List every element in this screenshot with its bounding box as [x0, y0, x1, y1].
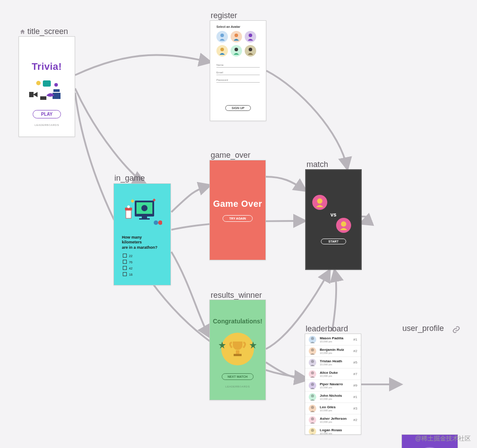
svg-point-35	[311, 395, 314, 398]
svg-point-21	[158, 220, 162, 225]
avatar-option[interactable]	[245, 31, 256, 42]
lb-avatar	[309, 382, 316, 389]
leaderboard-row[interactable]: Asher Jefferson10,000 pts #2	[305, 414, 361, 426]
screen-match[interactable]: vs START	[305, 169, 362, 270]
svg-point-9	[220, 48, 224, 51]
lb-name: Alice Duke	[320, 371, 353, 375]
svg-point-1	[36, 81, 41, 85]
next-match-button[interactable]: NEXT MATCH	[222, 373, 253, 380]
svg-rect-15	[142, 216, 147, 218]
svg-marker-29	[250, 342, 257, 349]
svg-rect-27	[234, 354, 242, 356]
lb-rank: #2	[353, 418, 357, 422]
leaderboard-row[interactable]: John Nichols10,000 pts #1	[305, 391, 361, 403]
screen-title[interactable]: Trivia! PLAY LEADERBOARDS	[19, 36, 75, 137]
leaderboards-link[interactable]: LEADERBOARDS	[19, 124, 75, 126]
svg-point-8	[249, 34, 252, 37]
question-text: How many kilometersare in a marathon?	[122, 235, 163, 250]
avatar-option[interactable]	[245, 45, 256, 57]
lb-name: Leo Giles	[320, 405, 353, 409]
lb-avatar	[309, 393, 316, 401]
lb-avatar	[309, 370, 316, 378]
svg-point-19	[127, 205, 130, 208]
lb-points: 10,000 pts	[320, 398, 353, 400]
screen-leaderboard[interactable]: Mason Padilla10,000 pts #1 Benjamin Ruiz…	[305, 334, 361, 435]
try-again-button[interactable]: TRY AGAIN	[223, 215, 253, 222]
svg-rect-16	[139, 218, 150, 220]
avatar-option[interactable]	[216, 45, 228, 57]
svg-point-32	[311, 360, 314, 363]
svg-point-20	[154, 220, 158, 225]
leaderboard-row[interactable]: Mason Padilla10,000 pts #1	[305, 334, 361, 345]
label-leaderboard: leaderboard	[306, 324, 348, 334]
lb-points: 10,000 pts	[320, 375, 353, 377]
svg-point-34	[311, 383, 314, 386]
svg-point-38	[311, 429, 314, 432]
avatar-option[interactable]	[231, 45, 242, 57]
lb-name: Logan Rosas	[320, 428, 357, 432]
name-field[interactable]: Name	[216, 62, 260, 68]
lb-avatar	[309, 416, 316, 424]
lb-points: 10,000 pts	[320, 386, 353, 389]
svg-point-7	[235, 34, 238, 37]
leaderboards-link[interactable]: LEADERBOARDS	[210, 385, 265, 388]
lb-name: Asher Jefferson	[320, 417, 353, 421]
lb-points: 10,000 pts	[320, 363, 353, 366]
screen-game-over[interactable]: Game Over TRY AGAIN	[209, 160, 266, 260]
screen-results[interactable]: Congratulations! NEXT MATCH LEADERBOARDS	[209, 300, 266, 400]
player2-avatar	[336, 218, 351, 233]
answer-option[interactable]: 76	[123, 260, 162, 264]
answer-option[interactable]: 18	[123, 272, 162, 276]
lb-rank: #2	[353, 349, 357, 353]
password-field[interactable]: Password	[216, 77, 260, 83]
lb-avatar	[309, 359, 316, 366]
vs-label: vs	[330, 212, 336, 218]
select-avatar-heading: Select an Avatar	[216, 25, 260, 28]
svg-rect-0	[43, 80, 51, 87]
leaderboard-row[interactable]: Leo Giles10,000 pts #3	[305, 403, 361, 414]
svg-point-37	[311, 418, 314, 421]
label-in-game: in_game	[114, 174, 145, 183]
start-button[interactable]: START	[321, 239, 346, 244]
game-over-title: Game Over	[210, 199, 265, 209]
lb-rank: #5	[353, 361, 357, 364]
lb-avatar	[309, 405, 316, 412]
svg-point-36	[311, 406, 314, 409]
lb-name: Mason Padilla	[320, 336, 353, 340]
player1-avatar	[312, 195, 327, 210]
svg-point-4	[54, 83, 58, 87]
leaderboard-row[interactable]: Tristan Heath10,000 pts #5	[305, 357, 361, 368]
lb-name: Benjamin Ruiz	[320, 348, 353, 352]
svg-rect-22	[131, 199, 134, 203]
signup-button[interactable]: SIGN UP	[225, 105, 251, 111]
leaderboard-row[interactable]: Alice Duke10,000 pts #7	[305, 368, 361, 380]
link-icon	[452, 326, 460, 334]
svg-rect-26	[236, 350, 239, 354]
lb-rank: #1	[353, 395, 357, 399]
leaderboard-row[interactable]: Piper Navarro10,000 pts #9	[305, 380, 361, 391]
svg-point-25	[341, 221, 346, 227]
lb-points: 10,000 pts	[320, 421, 353, 423]
svg-rect-5	[40, 96, 46, 100]
leaderboard-row[interactable]: Logan Rosas10,000 pts	[305, 426, 361, 435]
svg-point-11	[249, 48, 252, 51]
congrats-title: Congratulations!	[210, 318, 265, 325]
svg-marker-28	[219, 342, 226, 349]
watermark: @稀土掘金技术社区	[415, 435, 471, 443]
svg-rect-3	[53, 89, 60, 92]
svg-point-14	[141, 205, 148, 211]
trophy-icon	[221, 333, 254, 365]
play-button[interactable]: PLAY	[33, 110, 61, 118]
avatar-option[interactable]	[231, 31, 242, 42]
leaderboard-row[interactable]: Benjamin Ruiz10,000 pts #2	[305, 345, 361, 357]
screen-in-game[interactable]: How many kilometersare in a marathon? 22…	[114, 183, 171, 285]
screen-register[interactable]: Select an Avatar Name Email Password SIG…	[210, 20, 266, 121]
avatar-option[interactable]	[216, 31, 228, 42]
lb-points: 10,000 pts	[320, 409, 353, 412]
answer-option[interactable]: 42	[123, 266, 162, 270]
label-results: results_winner	[211, 291, 262, 300]
label-game-over: game_over	[211, 151, 250, 160]
email-field[interactable]: Email	[216, 69, 260, 75]
label-match: match	[307, 160, 328, 169]
answer-option[interactable]: 22	[123, 254, 162, 258]
